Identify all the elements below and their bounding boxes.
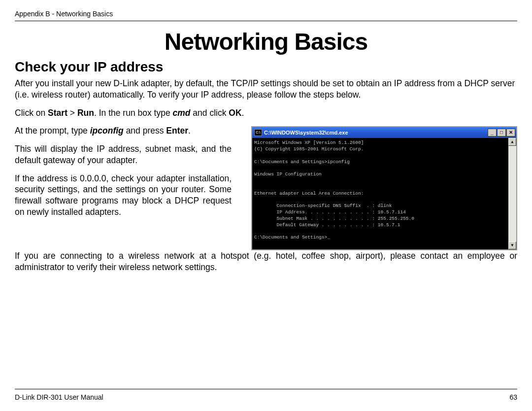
step-click-start: Click on Start > Run. In the run box typ… [15,107,517,119]
cmd-screenshot: C:\ C:\WINDOWS\system32\cmd.exe _ □ ✕ Mi… [251,126,517,250]
section-title: Check your IP address [15,59,517,75]
cmd-window: C:\ C:\WINDOWS\system32\cmd.exe _ □ ✕ Mi… [251,126,517,250]
troubleshoot-paragraph: If the address is 0.0.0.0, check your ad… [15,173,232,218]
text-span: Click on [15,108,48,118]
cmd-icon: C:\ [254,129,262,136]
result-paragraph: This will display the IP address, subnet… [15,143,232,166]
bold-enter: Enter [166,126,188,136]
text-span: and click [191,108,229,118]
maximize-button[interactable]: □ [497,129,506,137]
scroll-down-button[interactable]: ▼ [508,241,516,249]
text-span: . [242,108,244,118]
footer: D-Link DIR-301 User Manual 63 [15,389,517,401]
scrollbar[interactable]: ▲ ▼ [508,138,516,249]
scroll-up-button[interactable]: ▲ [508,138,516,146]
minimize-button[interactable]: _ [488,129,497,137]
cmd-output[interactable]: Microsoft Windows XP [Version 5.1.2600] … [252,138,508,249]
bold-run: Run [77,108,94,118]
text-span: At the prompt, type [15,126,90,136]
page-title: Networking Basics [15,28,517,55]
close-button[interactable]: ✕ [506,129,515,137]
text-span: . In the run box type [94,108,173,118]
scroll-track[interactable] [508,146,516,241]
ipconfig-text: ipconfig [90,126,124,136]
text-span: . [188,126,191,136]
intro-paragraph: After you install your new D-Link adapte… [15,78,517,101]
text-span: > [67,108,77,118]
header-breadcrumb: Appendix B - Networking Basics [15,10,517,21]
bold-start: Start [48,108,67,118]
cmd-body: Microsoft Windows XP [Version 5.1.2600] … [252,138,516,249]
hotspot-paragraph: If you are connecting to a wireless netw… [15,250,517,273]
window-buttons: _ □ ✕ [488,129,515,137]
cmd-text: cmd [173,108,191,118]
window-titlebar: C:\ C:\WINDOWS\system32\cmd.exe _ □ ✕ [252,127,516,138]
step-ipconfig: At the prompt, type ipconfig and press E… [15,125,232,137]
window-title: C:\WINDOWS\system32\cmd.exe [264,130,348,136]
footer-manual: D-Link DIR-301 User Manual [15,393,103,401]
bold-ok: OK [229,108,241,118]
text-span: and press [124,126,166,136]
footer-page: 63 [509,393,517,401]
